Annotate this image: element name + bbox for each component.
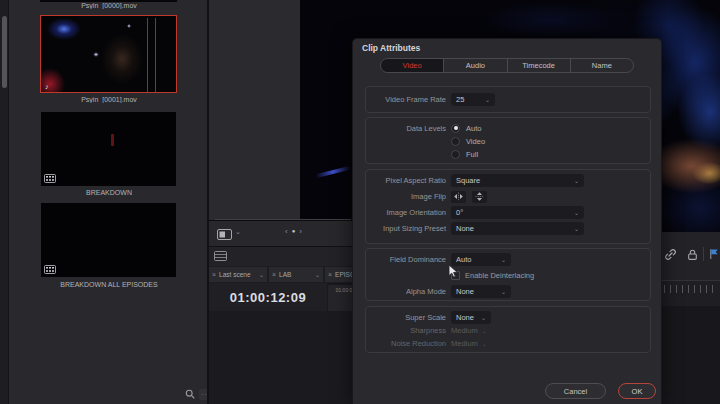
timeline-icon[interactable] [214,251,227,261]
field-label: Field Dominance [366,255,446,264]
performer-silhouette [101,34,143,84]
radio-video[interactable] [451,137,460,146]
field-label: Pixel Aspect Ratio [366,176,446,185]
field-label: Alpha Mode [366,287,446,296]
red-stage-glow [40,68,65,93]
dialog-footer: Cancel OK [353,383,661,404]
chevron-down-icon: ⌄ [482,328,487,334]
viewer-toolbar: ⌄ ‹●› [209,220,360,246]
clip-thumbnail[interactable] [41,203,176,277]
transport-controls[interactable]: ‹●› [285,227,306,236]
field-label: Sharpness [366,326,446,335]
tab-timecode[interactable]: Timecode [508,59,571,72]
alpha-mode-dropdown[interactable]: None ⌄ [451,285,511,298]
close-icon[interactable]: × [272,271,276,278]
timeline-tab[interactable]: × LAB ⌄ [269,267,323,282]
chevron-down-icon[interactable]: ⌄ [311,271,320,278]
clip-name: Psyin_[0001].mov [19,96,199,103]
next-icon[interactable]: › [299,227,306,236]
film-strip-icon [44,265,56,274]
ruler-ticks [664,285,718,293]
tab-video[interactable]: Video [381,59,444,72]
media-pool-footer: ··· [9,385,207,404]
pixel-aspect-ratio-dropdown[interactable]: Square ⌄ [451,174,584,187]
timeline-tab-label: LAB [279,271,291,278]
davinci-resolve-screen: Psyin_[0000].mov ♪ Psyin_[0001].mov BREA… [0,0,720,404]
field-label: Noise Reduction [366,339,446,348]
video-frame-rate-dropdown[interactable]: 25 ⌄ [451,93,495,106]
geometry-section: Pixel Aspect Ratio Square ⌄ Image Flip I… [365,169,651,244]
image-orientation-dropdown[interactable]: 0° ⌄ [451,206,584,219]
viewer-side-panel [209,0,300,220]
field-label: Image Orientation [366,208,446,217]
right-toolbar-icons [662,242,720,266]
light-beam [155,18,156,92]
lock-icon[interactable] [686,248,699,261]
clip-thumbnail[interactable] [41,112,176,186]
super-scale-section: Super Scale None ⌄ Sharpness Medium⌄ Noi… [365,306,651,353]
toolbar-separator [703,247,704,261]
stage-light-dot [127,24,131,28]
stage-light-dot [93,52,99,57]
chevron-down-icon: ⌄ [482,341,487,347]
flip-vertical-button[interactable] [472,191,487,203]
timeline-mode-row [209,246,360,266]
flip-vertical-icon [475,191,484,202]
chevron-down-icon[interactable]: ⌄ [235,228,241,236]
chevron-down-icon: ⌄ [574,209,579,216]
stage-light-glow [47,18,81,40]
data-levels-section: Data Levels Auto Video Full [365,117,651,164]
timeline-tabs: × Last scene ⌄ × LAB ⌄ × EPISO [209,266,360,283]
cancel-button[interactable]: Cancel [545,383,606,399]
field-dominance-section: Field Dominance Auto ⌄ Enable Deinterlac… [365,248,651,301]
clip-attributes-dialog: Clip Attributes Video Audio Timecode Nam… [352,38,662,404]
super-scale-dropdown[interactable]: None ⌄ [451,311,491,324]
clip-monitor-icon[interactable] [217,229,232,240]
radio-auto[interactable] [451,124,460,133]
dialog-title: Clip Attributes [362,43,420,53]
film-strip-icon [44,174,56,183]
tab-name[interactable]: Name [571,59,633,72]
flip-horizontal-button[interactable] [451,191,466,203]
scrollbar-thumb[interactable] [2,16,7,88]
clip-thumbnail-selected[interactable]: ♪ [40,15,177,93]
field-label: Video Frame Rate [366,95,446,104]
frame-rate-section: Video Frame Rate 25 ⌄ [365,86,651,113]
noise-reduction-dropdown-disabled: Medium⌄ [451,339,487,348]
field-label: Super Scale [366,313,446,322]
input-sizing-preset-dropdown[interactable]: None ⌄ [451,222,584,235]
prev-icon[interactable]: ‹ [285,227,292,236]
chevron-down-icon: ⌄ [485,96,490,103]
chevron-down-icon: ⌄ [481,314,486,321]
dialog-tab-bar: Video Audio Timecode Name [380,58,634,73]
field-label: Data Levels [366,124,446,133]
light-beam [147,18,148,92]
close-icon[interactable]: × [328,271,332,278]
field-label: Input Sizing Preset [366,224,446,233]
timeline-ruler[interactable] [662,280,720,306]
mouse-cursor [448,264,459,279]
field-dominance-dropdown[interactable]: Auto ⌄ [451,253,511,266]
timeline-track-area [662,306,720,404]
tab-audio[interactable]: Audio [444,59,507,72]
timeline-tab[interactable]: × Last scene ⌄ [209,267,267,282]
faint-red-detail [111,134,114,146]
close-icon[interactable]: × [212,271,216,278]
timecode-row: 01:00:12:09 01:00:0 [209,283,360,311]
flip-horizontal-icon [453,192,464,201]
link-icon[interactable] [664,248,677,261]
media-pool-sidebar: Psyin_[0000].mov ♪ Psyin_[0001].mov BREA… [9,0,207,404]
flag-icon[interactable] [708,248,720,260]
clip-name: BREAKDOWN ALL EPISODES [19,281,199,288]
clip-name: Psyin_[0000].mov [19,2,199,9]
timeline-panel: ⌄ ‹●› × Last scene ⌄ × LAB ⌄ × EPISO 01:… [209,220,360,404]
ok-button[interactable]: OK [618,383,656,399]
right-toolbar-panel [662,232,720,404]
radio-full[interactable] [451,150,460,159]
timeline-tab-label: Last scene [219,271,250,278]
audio-badge-icon: ♪ [45,83,49,90]
media-pool-scrollbar[interactable] [0,0,9,404]
chevron-down-icon: ⌄ [501,256,506,263]
chevron-down-icon[interactable]: ⌄ [255,271,264,278]
search-icon[interactable] [185,389,195,399]
